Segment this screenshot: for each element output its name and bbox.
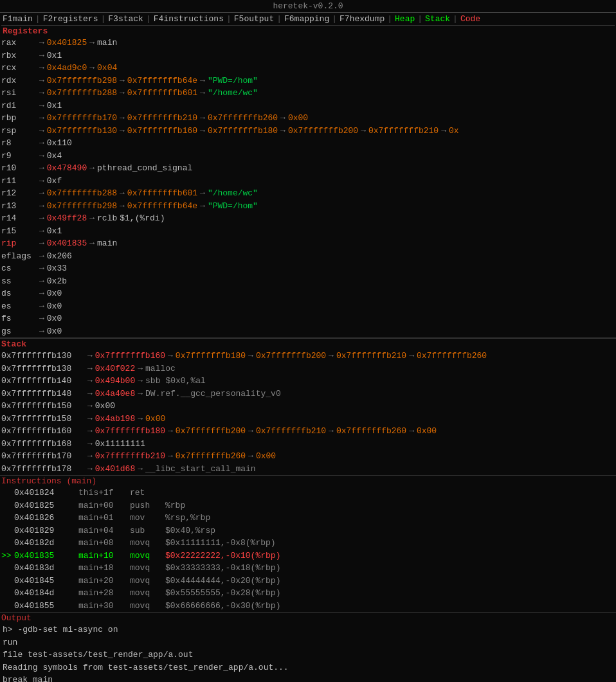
stack-row-6: 0x7fffffffb160 → 0x7fffffffb180 → 0x7fff…	[0, 425, 616, 438]
output-line: run	[3, 636, 613, 649]
instr-row-1: 0x401825 main+00 push %rbp	[0, 499, 616, 512]
output-section: Output h> -gdb-set mi-async onrunfile te…	[0, 612, 616, 682]
reg-row-rax: rax → 0x401825 → main	[1, 37, 615, 49]
reg-row-ss: ss → 0x2b	[1, 275, 615, 288]
menu-heap[interactable]: Heap	[395, 14, 415, 24]
instr-row-current: >> 0x401835 main+10 movq $0x22222222,-0x…	[0, 550, 616, 562]
menu-bar: F1 main | F2 registers | F3 stack | F4 i…	[0, 13, 616, 25]
reg-row-r13: r13 → 0x7fffffffb298 → 0x7fffffffb64e → …	[1, 200, 615, 213]
instr-row-4: 0x40182d main+08 movq $0x11111111,-0x8(%…	[0, 537, 616, 550]
stack-row-4: 0x7fffffffb150 → 0x00	[0, 400, 616, 413]
instr-row-8: 0x40184d main+28 movq $0x55555555,-0x28(…	[0, 587, 616, 600]
reg-row-eflags: eflags → 0x206	[1, 250, 615, 263]
stack-row-2: 0x7fffffffb140 → 0x494b00 → sbb $0x0,%al	[0, 375, 616, 388]
menu-f5-key[interactable]: F5	[234, 14, 244, 24]
output-line: file test-assets/test_render_app/a.out	[3, 649, 613, 661]
menu-f4-label: instructions	[163, 14, 224, 24]
menu-f6-key[interactable]: F6	[284, 14, 294, 24]
menu-f1-label: main	[13, 14, 33, 24]
app-title: heretek-v0.2.0	[273, 1, 343, 11]
reg-row-r15: r15 → 0x1	[1, 225, 615, 238]
reg-row-rbp: rbp → 0x7fffffffb170 → 0x7fffffffb210 → …	[1, 112, 615, 125]
output-line: Reading symbols from test-assets/test_re…	[3, 661, 613, 674]
instr-row-2: 0x401826 main+01 mov %rsp,%rbp	[0, 512, 616, 525]
reg-row-rdi: rdi → 0x1	[1, 100, 615, 112]
menu-f1-key[interactable]: F1	[3, 14, 13, 24]
reg-row-cs: cs → 0x33	[1, 262, 615, 275]
menu-f2-key[interactable]: F2	[43, 14, 53, 24]
instructions-section: Instructions (main) 0x401824 this+1f ret…	[0, 475, 616, 612]
registers-section: Registers rax → 0x401825 → main rbx → 0x…	[0, 25, 616, 337]
instr-row-9: 0x401855 main+30 movq $0x66666666,-0x30(…	[0, 600, 616, 613]
menu-f3-label: stack	[118, 14, 143, 24]
menu-f3-key[interactable]: F3	[108, 14, 118, 24]
instructions-header: Instructions (main)	[0, 476, 616, 487]
instr-row-0: 0x401824 this+1f ret	[0, 487, 616, 499]
menu-code[interactable]: Code	[460, 14, 480, 24]
reg-row-ds: ds → 0x0	[1, 287, 615, 300]
stack-row-3: 0x7fffffffb148 → 0x4a40e8 → DW.ref.__gcc…	[0, 388, 616, 400]
reg-row-fs: fs → 0x0	[1, 312, 615, 325]
stack-section: Stack 0x7fffffffb130 → 0x7fffffffb160 → …	[0, 337, 616, 475]
menu-stack-nav[interactable]: Stack	[425, 14, 450, 24]
reg-row-gs: gs → 0x0	[1, 325, 615, 338]
instr-row-3: 0x401829 main+04 sub $0x40,%rsp	[0, 525, 616, 537]
reg-row-rip: rip → 0x401835 → main	[1, 237, 615, 250]
reg-row-es: es → 0x0	[1, 300, 615, 313]
registers-header: Registers	[1, 25, 615, 37]
reg-row-r14: r14 → 0x49ff28 → rclb $1,(%rdi)	[1, 212, 615, 225]
reg-row-r10: r10 → 0x478490 → pthread_cond_signal	[1, 162, 615, 175]
stack-row-5: 0x7fffffffb158 → 0x4ab198 → 0x00	[0, 413, 616, 426]
reg-row-rsi: rsi → 0x7fffffffb288 → 0x7fffffffb601 → …	[1, 87, 615, 100]
reg-row-rbx: rbx → 0x1	[1, 49, 615, 62]
output-header: Output	[0, 613, 616, 624]
title-bar: heretek-v0.2.0	[0, 0, 616, 13]
stack-row-7: 0x7fffffffb168 → 0x11111111	[0, 438, 616, 451]
stack-row-8: 0x7fffffffb170 → 0x7fffffffb210 → 0x7fff…	[0, 450, 616, 463]
menu-f6-label: mapping	[294, 14, 330, 24]
output-content: h> -gdb-set mi-async onrunfile test-asse…	[0, 624, 616, 682]
reg-row-r9: r9 → 0x4	[1, 150, 615, 163]
stack-row-0: 0x7fffffffb130 → 0x7fffffffb160 → 0x7fff…	[0, 350, 616, 363]
menu-f4-key[interactable]: F4	[154, 14, 164, 24]
menu-f7-key[interactable]: F7	[340, 14, 350, 24]
instr-row-7: 0x401845 main+20 movq $0x44444444,-0x20(…	[0, 575, 616, 588]
menu-f5-label: output	[244, 14, 274, 24]
output-line: break main	[3, 674, 613, 682]
instr-row-6: 0x40183d main+18 movq $0x33333333,-0x18(…	[0, 562, 616, 575]
reg-row-rdx: rdx → 0x7fffffffb298 → 0x7fffffffb64e → …	[1, 75, 615, 87]
menu-f7-label: hexdump	[350, 14, 385, 24]
reg-row-rcx: rcx → 0x4ad9c0 → 0x04	[1, 62, 615, 75]
stack-row-9: 0x7fffffffb178 → 0x401d68 → __libc_start…	[0, 463, 616, 476]
stack-header: Stack	[0, 338, 616, 350]
reg-row-r12: r12 → 0x7fffffffb288 → 0x7fffffffb601 → …	[1, 187, 615, 200]
reg-row-r8: r8 → 0x110	[1, 137, 615, 150]
stack-row-1: 0x7fffffffb138 → 0x40f022 → malloc	[0, 363, 616, 375]
reg-row-rsp: rsp → 0x7fffffffb130 → 0x7fffffffb160 → …	[1, 125, 615, 138]
menu-f2-label: registers	[53, 14, 98, 24]
reg-row-r11: r11 → 0xf	[1, 175, 615, 188]
output-line: h> -gdb-set mi-async on	[3, 624, 613, 636]
